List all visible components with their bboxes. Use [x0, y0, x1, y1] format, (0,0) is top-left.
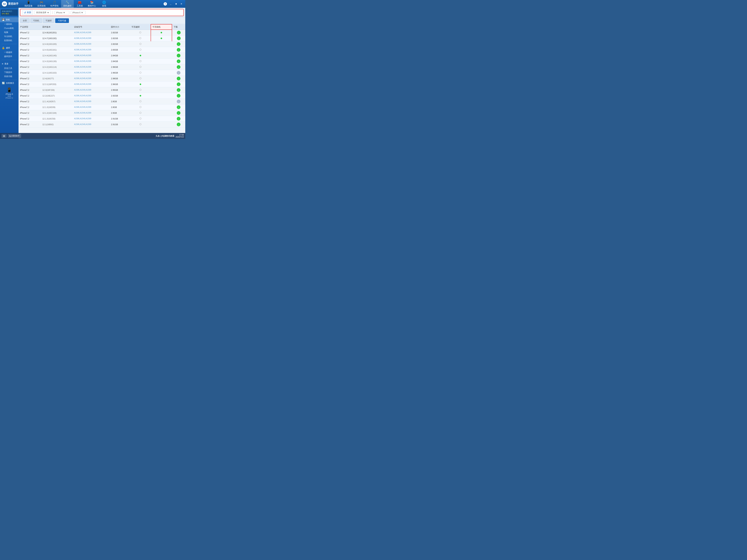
cell-download[interactable]: ↓: [172, 41, 185, 47]
download-button[interactable]: ↓: [177, 94, 180, 98]
cell-version: 12.4.7(16G192): [41, 35, 73, 41]
sidebar-sub-other-tools[interactable]: 其他工具: [0, 66, 19, 70]
sidebar-sub-advanced[interactable]: 高级功能: [0, 75, 19, 79]
cell-download[interactable]: ↓: [172, 81, 185, 87]
sidebar-sub-download-firmware[interactable]: 下载固件: [0, 70, 19, 75]
firmware-table-wrapper: 产品类型 固件版本 设备型号 固件大小 可否越狱 可否刷机 下载 iPhone7…: [19, 24, 185, 139]
cell-download[interactable]: ↓: [172, 110, 185, 116]
download-button[interactable]: ↓: [177, 36, 181, 40]
download-button[interactable]: ↓: [177, 88, 180, 92]
taskbar-time: 17:09 2020/7/23: [176, 134, 184, 138]
sidebar-item-more[interactable]: ≡ 更多: [0, 61, 19, 66]
cell-download[interactable]: ↓: [172, 76, 185, 81]
sidebar-item-flash[interactable]: 💾 刷机: [0, 17, 19, 22]
nav-app-games-label: 应用游戏: [37, 4, 46, 7]
cell-download[interactable]: ↓: [172, 116, 185, 122]
watermark: 头条 @电脑数码精通: [156, 135, 175, 137]
cell-flash: [151, 41, 172, 47]
notification-count[interactable]: 1: [163, 2, 167, 5]
download-button[interactable]: ↓: [177, 59, 180, 63]
device-model-select[interactable]: iPhone 6 ▼: [71, 11, 85, 15]
cell-download[interactable]: ↓: [172, 70, 185, 76]
cell-jailbreak: [130, 122, 151, 127]
cell-download[interactable]: ↓: [172, 47, 185, 53]
cell-flash: [151, 99, 172, 104]
sidebar-item-activate[interactable]: 🔄 自助激活: [0, 81, 19, 85]
cell-download[interactable]: ↓: [172, 122, 185, 127]
download-button[interactable]: ↓: [177, 65, 180, 69]
download-button[interactable]: ↓: [177, 100, 180, 103]
sidebar-sub-batch[interactable]: 批量刷机: [0, 38, 19, 43]
minimize-button[interactable]: ＿: [169, 2, 173, 6]
nav-my-device[interactable]: 📱 我的设备: [22, 0, 35, 8]
download-button[interactable]: ↓: [177, 123, 180, 126]
cell-product: iPhone7,2: [19, 81, 41, 87]
download-button[interactable]: ↓: [177, 54, 180, 57]
cell-size: 2.82GB: [109, 30, 130, 35]
cell-jailbreak: [130, 99, 151, 104]
table-row: iPhone7,2 12.4(16G77) A1586,A1549,A1589 …: [19, 76, 185, 81]
taskbar-start[interactable]: ⊞: [1, 134, 7, 138]
device-type-select[interactable]: iPhone ▼: [54, 11, 69, 15]
tab-both[interactable]: 可刷可越: [55, 18, 69, 23]
nav-discover[interactable]: 🌐 发现: [99, 0, 110, 8]
download-button[interactable]: ↓: [177, 117, 180, 121]
tab-flashable[interactable]: 可刷机: [30, 18, 42, 23]
sidebar-divider-2: [1, 60, 17, 60]
cell-download[interactable]: ↓: [172, 53, 185, 58]
sidebar-sub-onekey[interactable]: 一键刷机: [0, 22, 19, 26]
device-select[interactable]: 按设备选择 ▼: [34, 10, 51, 15]
nav-app-games[interactable]: 🎮 应用游戏: [35, 0, 48, 8]
sidebar-sub-computer[interactable]: 电脑: [0, 30, 19, 34]
cell-flash: [151, 35, 172, 41]
table-row: iPhone7,2 12.1(16B92) A1586,A1549,A1589 …: [19, 122, 185, 127]
sidebar-item-jailbreak[interactable]: 🔓 越狱: [0, 45, 19, 50]
sidebar-sub-itunes[interactable]: iTunes刷机: [0, 26, 19, 30]
cell-download[interactable]: ↓: [172, 35, 185, 41]
cell-download[interactable]: ↓: [172, 87, 185, 93]
th-firmware-size: 固件大小: [109, 24, 130, 30]
maximize-button[interactable]: ■: [174, 2, 178, 5]
download-button[interactable]: ↓: [177, 42, 180, 46]
app-taskbar-icon: iU: [9, 134, 12, 137]
refresh-button[interactable]: ↺ 刷新: [22, 10, 33, 15]
tab-jailbreakable[interactable]: 可越狱: [43, 18, 54, 23]
download-button[interactable]: ↓: [177, 82, 180, 86]
globe-icon: 🌐: [102, 1, 106, 4]
cell-size: 2.82GB: [109, 41, 130, 47]
th-device-model: 设备型号: [73, 24, 109, 30]
nav-wallpaper[interactable]: 🎵 铃声壁纸: [48, 0, 61, 8]
top-bar: iU 爱思助手 📱 我的设备 🎮 应用游戏 🎵 铃声壁纸 🔧 刷机越狱: [0, 0, 185, 8]
sidebar-sub-pro[interactable]: 专业刷机: [0, 34, 19, 38]
cell-download[interactable]: ↓: [172, 104, 185, 110]
download-button[interactable]: ↓: [177, 105, 180, 109]
nav-flash[interactable]: 🔧 刷机越狱: [61, 0, 74, 8]
nav-tools[interactable]: 🧰 工具箱: [74, 0, 85, 8]
close-button[interactable]: ✕: [179, 2, 183, 5]
wrench-icon: 🔧: [66, 1, 69, 4]
download-button[interactable]: ↓: [177, 31, 181, 34]
cell-version: 12.3.1(16F203): [41, 81, 73, 87]
cell-size: 2.9GB: [109, 110, 130, 116]
sidebar-sub-jail-firmware[interactable]: 越狱固件: [0, 54, 19, 58]
tab-all[interactable]: 全部: [20, 18, 30, 23]
device-info: 📱 iPhone 6 8GB iPhone7,2: [0, 86, 19, 100]
cell-download[interactable]: ↓: [172, 64, 185, 70]
table-row: iPhone7,2 12.4.4(16G140) A1586,A1549,A15…: [19, 53, 185, 58]
download-button[interactable]: ↓: [177, 111, 180, 115]
download-button[interactable]: ↓: [177, 71, 180, 75]
cell-product: iPhone7,2: [19, 30, 41, 35]
cell-version: 12.4.1(16G102): [41, 70, 73, 76]
th-product-type: 产品类型: [19, 24, 41, 30]
cell-download[interactable]: ↓: [172, 99, 185, 104]
cell-download[interactable]: ↓: [172, 93, 185, 99]
table-row: iPhone7,2 12.4.8(16G201) A1586,A1549,A15…: [19, 30, 185, 35]
nav-learn[interactable]: 📚 教程中心: [85, 0, 98, 8]
sidebar-sub-onekey-jail[interactable]: 一键越狱: [0, 50, 19, 54]
download-button[interactable]: ↓: [177, 48, 180, 52]
cell-download[interactable]: ↓: [172, 30, 185, 35]
cell-size: 2.83GB: [109, 47, 130, 53]
download-button[interactable]: ↓: [177, 77, 180, 80]
taskbar-app[interactable]: iU 爱思助手: [8, 134, 21, 138]
cell-download[interactable]: ↓: [172, 58, 185, 64]
